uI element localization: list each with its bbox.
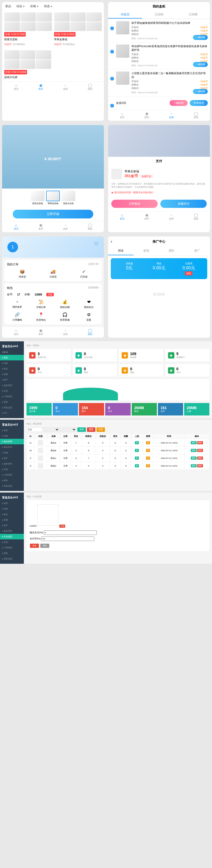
all-orders-link[interactable]: 全部订单> <box>88 262 99 267</box>
recycle-all-button[interactable]: 一键回收 <box>170 100 188 106</box>
nav-profile[interactable]: ◯我的 <box>78 223 102 230</box>
profile-grid-item[interactable]: ▫我的盒柜 <box>7 300 28 309</box>
tab-team[interactable]: 团队 <box>159 247 184 255</box>
sidebar-item[interactable]: ▸ 活动 <box>0 388 24 394</box>
profile-grid-item[interactable]: 📜开箱记录 <box>31 300 52 309</box>
sidebar-item[interactable]: ▸ 订单管理 <box>0 472 24 478</box>
orders-shipped[interactable]: 🚚已发货 <box>50 269 57 279</box>
nav-cabinet[interactable]: ▫盒柜 <box>159 112 184 119</box>
sidebar-item[interactable]: ▸ 订单管理 <box>0 545 24 551</box>
nav-home[interactable]: ⌂首页 <box>110 213 134 221</box>
recharge-button[interactable]: 充值 <box>47 293 54 296</box>
upload-button[interactable]: 上传 <box>59 525 65 528</box>
sidebar-item[interactable]: ▸ 商品管理 <box>0 439 24 444</box>
nav-recommend[interactable]: ◉推荐 <box>134 213 159 221</box>
profile-grid-item[interactable]: ❤我的欢豆 <box>79 300 99 309</box>
delete-button[interactable]: 删除 <box>197 457 203 460</box>
product-card[interactable]: 价值: ¥ 59~¥ 24999 游戏大玩家 <box>4 50 51 79</box>
search-input[interactable] <box>27 427 42 432</box>
search-button[interactable]: 筛选 <box>78 427 86 432</box>
tab-promo[interactable]: 推广 <box>184 247 210 255</box>
open-box-button[interactable]: 立即开箱 <box>13 210 93 218</box>
edit-button[interactable]: 编辑 <box>191 457 196 460</box>
delete-button[interactable]: 删除 <box>197 441 203 444</box>
sidebar-item[interactable]: ▸ 营销 <box>0 372 24 377</box>
product-card[interactable]: 价值: ¥ 29~¥ 7099 惊喜百货箱 29金币 共23款商品 <box>4 12 52 46</box>
nav-profile[interactable]: ◯我的 <box>184 213 208 221</box>
edit-button[interactable]: 编辑 <box>191 441 196 444</box>
sidebar-item[interactable]: ▸ 商品 <box>0 512 24 517</box>
tab-pending[interactable]: 待提货 <box>108 11 142 19</box>
sidebar-item[interactable]: ▸ 首页 <box>0 500 24 506</box>
item-check[interactable]: ✓ <box>110 27 114 30</box>
reset-button[interactable]: 重置 <box>87 427 95 432</box>
nav-recommend[interactable]: ◉推荐 <box>134 112 159 119</box>
carousel-item[interactable]: 苹果全家福 <box>46 191 60 205</box>
filter-select[interactable] <box>43 427 59 432</box>
sidebar-item[interactable]: ▸ 订单管理 <box>0 394 24 399</box>
profile-grid-item[interactable]: 📍收货地址 <box>31 312 52 322</box>
reset-button[interactable]: 重置 <box>40 544 49 548</box>
sidebar-item[interactable]: ▸ 盒柜管理 <box>0 461 24 467</box>
sidebar-item[interactable]: ▸ 用户 <box>0 377 24 383</box>
batch-button[interactable]: 批量 <box>96 427 105 432</box>
sidebar-item[interactable]: ▸ 内容 <box>0 361 24 366</box>
tab-sort[interactable]: 综合▼ <box>17 4 25 8</box>
orders-pending[interactable]: 📦待发货 <box>19 269 26 279</box>
nav-home[interactable]: ⌂首页 <box>110 112 134 119</box>
sidebar-item[interactable]: ▸ 商品列表 <box>0 444 24 450</box>
sidebar-item[interactable]: ▸ 盒柜管理 <box>0 383 24 388</box>
nav-recommend[interactable]: ◉推荐 <box>28 83 53 91</box>
save-button[interactable]: 保存 <box>30 544 39 548</box>
product-card[interactable]: 价值: ¥ 39~¥ 9299 苹果全家福 39金币 共35款商品 <box>54 12 102 46</box>
delete-button[interactable]: 删除 <box>197 449 203 452</box>
withdraw-button[interactable]: 提现 <box>185 271 192 275</box>
balance-pay-button[interactable]: 余额支付 <box>160 200 207 208</box>
select-all-check[interactable]: ✓ <box>110 104 114 107</box>
tab-recycled[interactable]: 已回收 <box>142 11 176 19</box>
sidebar-item[interactable]: ▸ 商品 <box>0 366 24 372</box>
nav-recommend[interactable]: ◉推荐 <box>28 328 53 336</box>
sidebar-item[interactable]: ▸ 系统设置 <box>0 483 24 489</box>
sidebar-item[interactable]: ▸ 营销 <box>0 450 24 456</box>
nav-recommend[interactable]: ◉推荐 <box>28 223 53 230</box>
sidebar-item[interactable]: ▸ 内容 <box>0 506 24 512</box>
ali-fee-input[interactable] <box>41 536 94 541</box>
sidebar-item[interactable]: ▸ 内容 <box>0 433 24 439</box>
tab-commission[interactable]: 佣金 <box>108 247 133 255</box>
item-check[interactable]: ✓ <box>110 50 114 54</box>
tab-gifted[interactable]: 已转赠 <box>176 11 210 19</box>
nav-home[interactable]: ⌂首页 <box>4 328 28 336</box>
sidebar-item[interactable]: ▸ 营销 <box>0 517 24 523</box>
agree-check[interactable]: ◉ <box>111 191 114 194</box>
sidebar-item[interactable]: ▸ 活动 <box>0 467 24 472</box>
nav-cabinet[interactable]: ▫盒柜 <box>53 223 78 230</box>
nav-cabinet[interactable]: ▫盒柜 <box>53 83 78 91</box>
edit-button[interactable]: 编辑 <box>191 449 196 452</box>
back-icon[interactable]: ‹ <box>111 239 112 244</box>
nav-home[interactable]: ⌂首页 <box>4 83 28 91</box>
edit-button[interactable]: 编辑 <box>191 464 196 467</box>
gift-button[interactable]: 一键转赠 <box>193 89 208 94</box>
profile-grid-item[interactable]: ⚙设置 <box>79 312 99 322</box>
sidebar-item[interactable]: ▸ API <box>0 410 24 415</box>
sidebar-item[interactable]: ▸ 系统设置 <box>0 405 24 410</box>
nav-cabinet[interactable]: ▫盒柜 <box>53 328 78 336</box>
sidebar-item[interactable]: ▸ 用户 <box>0 456 24 461</box>
sidebar-item[interactable]: ▸ 系统设置 <box>0 556 24 562</box>
nav-profile[interactable]: ◯我的 <box>184 112 208 119</box>
sidebar-item[interactable]: ▸ 财务 <box>0 399 24 405</box>
sidebar-item[interactable]: ▸ 活动 <box>0 539 24 545</box>
wx-fee-input[interactable] <box>44 530 97 535</box>
delete-button[interactable]: 删除 <box>197 464 203 467</box>
nav-cabinet[interactable]: ▫盒柜 <box>159 213 184 221</box>
orders-done[interactable]: ✓已完成 <box>80 269 87 279</box>
item-check[interactable]: ✓ <box>110 77 114 81</box>
carousel-item[interactable]: 惊喜百货箱 <box>31 191 44 205</box>
profile-grid-item[interactable]: 🔗分享赚钱 <box>7 312 28 322</box>
tab-price[interactable]: 价格▼ <box>30 4 39 8</box>
profile-grid-item[interactable]: 💰我的余额 <box>55 300 75 309</box>
shield-icon[interactable]: 🛡 <box>94 242 98 247</box>
gift-button[interactable]: 一键转赠 <box>193 62 208 67</box>
filter-select[interactable] <box>60 427 76 432</box>
